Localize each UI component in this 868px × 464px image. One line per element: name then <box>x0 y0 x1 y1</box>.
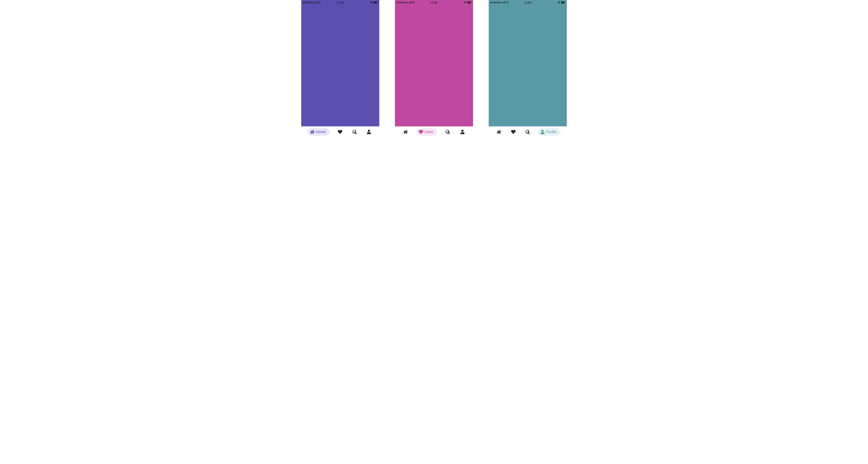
battery-icon <box>467 1 472 4</box>
alarm-icon <box>558 1 560 4</box>
tab-profile[interactable]: Profile <box>459 128 466 136</box>
tab-search[interactable]: Search <box>444 128 452 136</box>
phone-screen: ◀ Camera 11:30 Home <box>395 0 473 139</box>
status-right <box>464 1 472 4</box>
tab-bar: Home Likes Search Profile <box>301 126 379 139</box>
cellular-signal-icon <box>502 2 505 3</box>
user-icon <box>367 130 371 134</box>
heart-icon <box>511 130 516 134</box>
tab-home[interactable]: Home <box>308 128 330 136</box>
clock-time: 11:30 <box>524 1 531 4</box>
status-right <box>558 1 565 4</box>
tab-likes[interactable]: Likes <box>336 128 344 136</box>
user-icon <box>460 130 465 134</box>
tab-likes[interactable]: Likes <box>509 128 517 136</box>
content-area <box>301 5 379 126</box>
status-bar: ◀ Camera 11:30 <box>395 0 473 5</box>
alarm-icon <box>370 1 373 4</box>
heart-icon <box>338 130 342 134</box>
svg-rect-2 <box>377 2 378 3</box>
heart-icon <box>419 130 423 134</box>
svg-rect-8 <box>565 2 565 3</box>
clock-time: 11:29 <box>337 1 344 4</box>
tab-bar: Home Likes Search Profile <box>489 126 567 139</box>
tab-label: Profile <box>546 130 557 134</box>
back-chevron-icon[interactable]: ◀ <box>490 1 492 4</box>
search-icon <box>445 130 450 134</box>
phone-screen: ◀ Camera 11:30 Home <box>489 0 567 139</box>
content-area <box>395 5 473 126</box>
cellular-signal-icon <box>408 2 411 3</box>
house-icon <box>403 130 408 134</box>
search-icon <box>352 130 357 134</box>
tab-profile[interactable]: Profile <box>538 128 560 136</box>
svg-rect-5 <box>471 2 471 3</box>
search-icon <box>525 130 530 134</box>
status-bar: ◀ Camera 11:30 <box>489 0 567 5</box>
status-bar: ◀ Camera 11:29 <box>301 0 379 5</box>
back-app-label[interactable]: Camera <box>305 1 314 4</box>
cellular-signal-icon <box>315 2 318 3</box>
alarm-icon <box>464 1 466 4</box>
back-chevron-icon[interactable]: ◀ <box>303 1 304 4</box>
back-app-label[interactable]: Camera <box>492 1 501 4</box>
battery-icon <box>561 1 565 4</box>
tab-bar: Home Likes Search Profile <box>395 126 473 139</box>
svg-rect-4 <box>468 2 470 3</box>
wifi-icon <box>318 1 321 4</box>
tab-search[interactable]: Search <box>350 128 359 136</box>
svg-rect-7 <box>561 2 564 3</box>
user-icon <box>540 130 545 134</box>
tab-label: Likes <box>424 130 433 134</box>
status-left: ◀ Camera <box>396 1 415 4</box>
tab-likes[interactable]: Likes <box>416 128 437 136</box>
battery-icon <box>373 1 378 4</box>
status-left: ◀ Camera <box>490 1 509 4</box>
back-app-label[interactable]: Camera <box>399 1 407 4</box>
wifi-icon <box>506 1 509 4</box>
tab-search[interactable]: Search <box>524 128 532 136</box>
house-icon <box>497 130 501 134</box>
phone-screen: ◀ Camera 11:29 Home <box>301 0 379 139</box>
svg-rect-1 <box>374 2 376 3</box>
content-area <box>489 5 567 126</box>
status-left: ◀ Camera <box>303 1 321 4</box>
clock-time: 11:30 <box>431 1 437 4</box>
tab-home[interactable]: Home <box>402 128 409 136</box>
back-chevron-icon[interactable]: ◀ <box>396 1 398 4</box>
wifi-icon <box>412 1 415 4</box>
house-icon <box>310 130 315 134</box>
tab-home[interactable]: Home <box>495 128 503 136</box>
tab-profile[interactable]: Profile <box>365 128 373 136</box>
status-right <box>370 1 378 4</box>
tab-label: Home <box>316 130 326 134</box>
